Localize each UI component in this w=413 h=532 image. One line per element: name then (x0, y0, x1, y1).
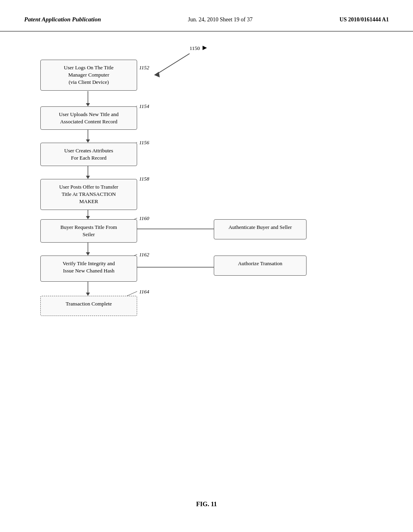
step-label-1162: 1162 (139, 251, 149, 258)
header-left: Patent Application Publication (24, 16, 101, 23)
flow-box-1162: Verify Title Integrity andIssue New Chan… (40, 256, 137, 282)
header-center: Jun. 24, 2010 Sheet 19 of 37 (188, 17, 252, 23)
svg-marker-7 (86, 216, 90, 219)
ref-1150: 1150 ► (190, 44, 209, 52)
flow-box-1152: User Logs On The TitleManager Computer(v… (40, 60, 137, 91)
flow-box-1164: Transaction Complete (40, 296, 137, 316)
step-label-1156: 1156 (139, 139, 149, 146)
svg-marker-17 (154, 72, 160, 77)
step-label-1154: 1154 (139, 103, 149, 110)
svg-marker-11 (86, 293, 90, 296)
svg-marker-5 (86, 176, 90, 179)
flow-box-1156: User Creates AttributesFor Each Record (40, 143, 137, 166)
flow-box-authorize: Authorize Transation (214, 256, 307, 276)
page-header: Patent Application Publication Jun. 24, … (0, 0, 413, 31)
flow-box-1158: User Posts Offer to TransferTitle At TRA… (40, 179, 137, 210)
svg-marker-3 (86, 139, 90, 143)
header-right: US 2010/0161444 A1 (340, 17, 389, 23)
step-label-1158: 1158 (139, 176, 149, 182)
svg-line-16 (157, 54, 190, 74)
svg-marker-9 (86, 252, 90, 256)
step-label-1160: 1160 (139, 215, 149, 222)
svg-marker-1 (86, 103, 90, 106)
step-label-1152: 1152 (139, 64, 149, 71)
figure-caption: FIG. 11 (196, 501, 217, 508)
step-label-1164: 1164 (139, 289, 149, 295)
diagram-area: 1150 ► User Logs On The TitleManager Com… (0, 31, 413, 434)
flow-box-authenticate: Authenticate Buyer and Seller (214, 219, 307, 239)
flow-box-1160: Buyer Requests Title FromSeiler (40, 219, 137, 243)
flow-box-1154: User Uploads New Title andAssociated Con… (40, 106, 137, 130)
